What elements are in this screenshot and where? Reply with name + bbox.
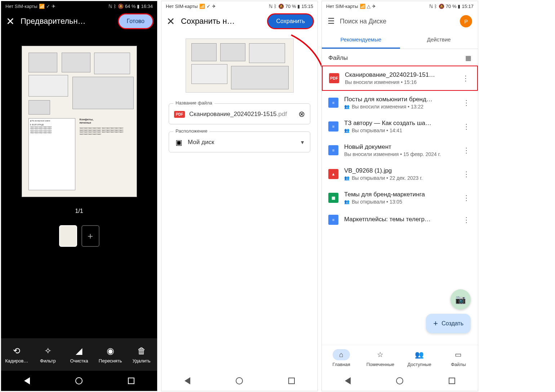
mute-icon: 🔕 bbox=[439, 4, 444, 9]
eraser-icon: ◢ bbox=[76, 346, 82, 356]
delete-button[interactable]: 🗑Удалить bbox=[127, 346, 156, 364]
back-button[interactable] bbox=[182, 376, 192, 386]
page-title: Сохранить н… bbox=[181, 17, 262, 26]
shared-icon: 👥 bbox=[344, 104, 350, 109]
shared-icon: 👥 bbox=[344, 199, 350, 204]
nav-home[interactable]: ⌂Главная bbox=[325, 349, 358, 367]
more-icon[interactable]: ⋮ bbox=[461, 170, 471, 178]
file-type-icon: ≡ bbox=[328, 145, 338, 155]
file-name: Сканирование_20240219-151… bbox=[345, 71, 455, 79]
file-meta: 👥Вы открывали • 22 дек. 2023 г. bbox=[344, 175, 456, 181]
nfc-icon: ℕ bbox=[269, 4, 272, 9]
grid-view-icon[interactable]: ▦ bbox=[465, 54, 471, 62]
file-item[interactable]: PDFСканирование_20240219-151…Вы вносили … bbox=[322, 66, 478, 91]
file-item[interactable]: ▲VB_09268 (1).jpg👥Вы открывали • 22 дек.… bbox=[322, 162, 478, 186]
add-page-button[interactable]: + bbox=[81, 225, 99, 247]
clear-icon[interactable]: ⊗ bbox=[298, 110, 305, 119]
file-type-icon: ≡ bbox=[328, 98, 338, 108]
bluetooth-icon: ᛒ bbox=[114, 4, 116, 9]
nav-shared[interactable]: 👥Доступные bbox=[403, 349, 436, 367]
status-bar: Нет SIM-карты 📶 ✓ ✈ ℕ ᛒ 🔕 70 % ▮ 15:15 bbox=[161, 1, 318, 11]
clean-button[interactable]: ◢Очистка bbox=[65, 346, 93, 364]
retake-button[interactable]: ◉Переснять bbox=[96, 346, 125, 364]
sim-status: Нет SIM-карты bbox=[5, 4, 37, 9]
done-button[interactable]: Готово bbox=[118, 13, 154, 29]
recents-button[interactable] bbox=[447, 376, 457, 386]
file-name: Посты для комьюнити бренд… bbox=[344, 96, 456, 103]
screen-save-dialog: Нет SIM-карты 📶 ✓ ✈ ℕ ᛒ 🔕 70 % ▮ 15:15 ✕… bbox=[161, 1, 318, 391]
more-icon[interactable]: ⋮ bbox=[461, 215, 471, 224]
nav-files[interactable]: ▭Файлы bbox=[442, 349, 475, 367]
file-type-icon: ▲ bbox=[328, 169, 338, 179]
wifi-icon: 📶 bbox=[360, 4, 365, 9]
more-icon[interactable]: ⋮ bbox=[461, 74, 471, 83]
nfc-icon: ℕ bbox=[108, 4, 112, 9]
sim-status: Нет SIM-карты bbox=[326, 4, 358, 9]
whatsapp-icon: ✓ bbox=[207, 4, 210, 9]
filter-button[interactable]: ✧Фильтр bbox=[34, 346, 62, 364]
android-nav bbox=[161, 371, 318, 391]
tabs: Рекомендуемые Действие bbox=[322, 31, 478, 49]
battery-icon: ▮ bbox=[297, 4, 300, 9]
close-button[interactable]: ✕ bbox=[165, 15, 176, 27]
telegram-icon: ✈ bbox=[372, 4, 376, 9]
android-nav bbox=[322, 371, 478, 391]
clock: 15:15 bbox=[301, 4, 313, 9]
file-meta: Вы вносили изменения • 15:16 bbox=[345, 79, 455, 85]
file-item[interactable]: ≡ТЗ автору — Как создать ша…👥Вы открывал… bbox=[322, 115, 478, 138]
file-item[interactable]: ≡Маркетплейсы: темы телегр…⋮ bbox=[322, 210, 478, 230]
file-item[interactable]: ▦Темы для бренд-маркетинга👥Вы открывали … bbox=[322, 186, 478, 210]
more-icon[interactable]: ⋮ bbox=[461, 193, 471, 202]
plus-icon: + bbox=[433, 319, 438, 328]
screen-scan-preview: Нет SIM-карты 📶 ✓ ✈ ℕ ᛒ 🔕 64 % ▮ 16:34 ✕… bbox=[1, 1, 157, 391]
chevron-down-icon[interactable]: ▼ bbox=[300, 139, 305, 145]
tab-recommended[interactable]: Рекомендуемые bbox=[322, 31, 400, 49]
battery-icon: ▮ bbox=[137, 4, 139, 9]
filename-value: Сканирование_20240219-1515.pdf bbox=[189, 110, 294, 118]
folder-icon: ▭ bbox=[448, 349, 468, 360]
close-button[interactable]: ✕ bbox=[5, 15, 15, 27]
back-button[interactable] bbox=[343, 376, 353, 386]
recents-button[interactable] bbox=[126, 376, 136, 386]
page-title: Предварительн… bbox=[21, 17, 113, 26]
more-icon[interactable]: ⋮ bbox=[461, 98, 471, 107]
scan-fab[interactable]: 📷 bbox=[450, 289, 471, 309]
more-icon[interactable]: ⋮ bbox=[461, 146, 471, 155]
home-button[interactable] bbox=[395, 376, 405, 386]
avatar[interactable]: P bbox=[460, 15, 472, 27]
nav-starred[interactable]: ☆Помеченные bbox=[364, 349, 396, 367]
location-field[interactable]: Расположение ▣ Мой диск ▼ bbox=[169, 132, 310, 152]
search-input[interactable]: Поиск на Диске bbox=[340, 18, 455, 25]
page-thumbnail[interactable] bbox=[59, 225, 77, 247]
file-meta: 👥Вы открывали • 13:05 bbox=[344, 199, 456, 205]
save-button[interactable]: Сохранить bbox=[267, 13, 314, 29]
bottom-nav: ⌂Главная ☆Помеченные 👥Доступные ▭Файлы bbox=[322, 345, 478, 371]
file-name: Маркетплейсы: темы телегр… bbox=[344, 216, 456, 223]
bluetooth-icon: ᛒ bbox=[274, 4, 277, 9]
recents-button[interactable] bbox=[287, 376, 297, 386]
more-icon[interactable]: ⋮ bbox=[461, 122, 471, 131]
home-icon: ⌂ bbox=[333, 349, 350, 360]
filename-field[interactable]: Название файла PDF Сканирование_20240219… bbox=[169, 103, 310, 124]
create-fab[interactable]: +Создать bbox=[426, 314, 471, 333]
home-button[interactable] bbox=[74, 376, 84, 386]
sim-status: Нет SIM-карты bbox=[166, 4, 198, 9]
pdf-icon: PDF bbox=[174, 111, 185, 118]
crop-icon: ⟲ bbox=[13, 346, 20, 356]
home-button[interactable] bbox=[234, 376, 244, 386]
trash-icon: 🗑 bbox=[137, 346, 146, 356]
menu-icon[interactable]: ☰ bbox=[328, 17, 335, 26]
file-name: ТЗ автору — Как создать ша… bbox=[344, 120, 456, 127]
status-bar: Нет SIM-карты 📶 ✓ ✈ ℕ ᛒ 🔕 64 % ▮ 16:34 bbox=[1, 1, 157, 11]
drive-icon: ▣ bbox=[174, 138, 183, 147]
file-item[interactable]: ≡Новый документВы вносили изменения • 15… bbox=[322, 138, 478, 162]
crop-button[interactable]: ⟲Кадиров… bbox=[2, 346, 31, 364]
file-meta: 👥Вы открывали • 14:41 bbox=[344, 128, 456, 133]
tab-activity[interactable]: Действие bbox=[400, 31, 478, 49]
file-item[interactable]: ≡Посты для комьюнити бренд…👥Вы вносили и… bbox=[322, 91, 478, 115]
back-button[interactable] bbox=[22, 376, 32, 386]
location-value: Мой диск bbox=[188, 138, 296, 146]
shared-icon: 👥 bbox=[344, 128, 350, 133]
status-bar: Нет SIM-карты 📶 △ ✈ ℕ ᛒ 🔕 70 % ▮ 15:17 bbox=[322, 1, 478, 11]
scanned-page-preview[interactable]: ■ На экспертном совете8. ВОЛГОГРАДЕтекст… bbox=[22, 46, 137, 197]
